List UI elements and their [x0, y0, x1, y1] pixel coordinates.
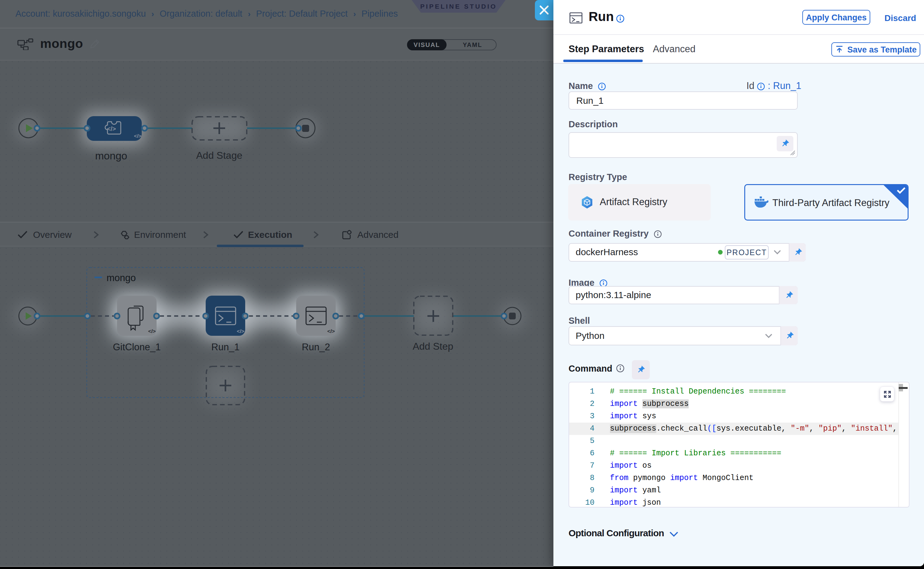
svg-text:mongo: mongo: [95, 150, 127, 161]
svg-text:</>: </>: [107, 125, 116, 132]
svg-text:Run_2: Run_2: [302, 342, 330, 353]
svg-text:</>: </>: [237, 329, 245, 334]
svg-text:</>: </>: [134, 133, 142, 139]
svg-text:</>: </>: [327, 329, 335, 334]
svg-text:GitClone_1: GitClone_1: [113, 342, 161, 353]
svg-text:Run_1: Run_1: [211, 342, 239, 353]
svg-text:mongo: mongo: [106, 272, 136, 283]
svg-text:Add Stage: Add Stage: [196, 150, 242, 161]
svg-text:</>: </>: [148, 329, 156, 334]
svg-text:Add Step: Add Step: [413, 341, 453, 352]
